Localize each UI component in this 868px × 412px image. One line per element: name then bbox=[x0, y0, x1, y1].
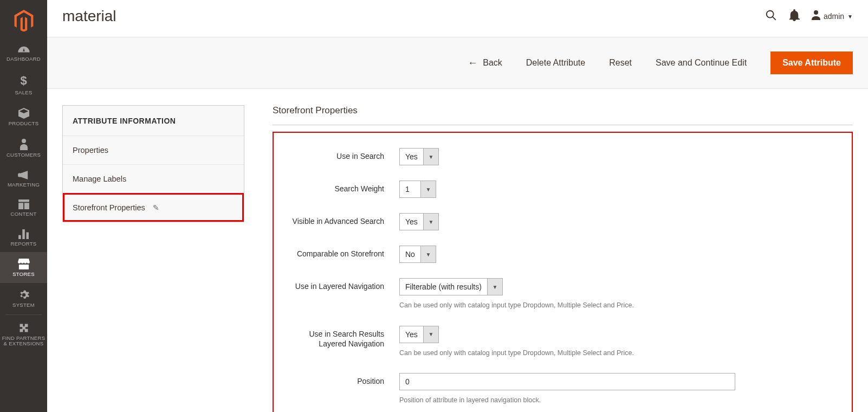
label-search-weight: Search Weight bbox=[280, 181, 399, 194]
magento-logo-icon bbox=[14, 10, 34, 31]
field-search-layered: Use in Search Results Layered Navigation… bbox=[280, 318, 840, 366]
nav-marketing-label: MARKETING bbox=[8, 182, 40, 188]
nav-products-label: PRODUCTS bbox=[9, 121, 39, 126]
person-icon bbox=[20, 138, 28, 150]
label-search-layered: Use in Search Results Layered Navigation bbox=[280, 326, 399, 350]
section-title: Storefront Properties bbox=[273, 105, 853, 125]
select-search-layered-value: Yes bbox=[400, 326, 423, 343]
bars-icon bbox=[18, 229, 29, 239]
select-layered-nav[interactable]: Filterable (with results) ▼ bbox=[399, 278, 503, 295]
nav-stores-label: STORES bbox=[12, 272, 35, 277]
nav-stores[interactable]: STORES bbox=[0, 252, 47, 282]
label-position: Position bbox=[280, 373, 399, 387]
storefront-properties-form: Use in Search Yes ▼ Search Weight bbox=[273, 132, 853, 412]
chevron-down-icon: ▼ bbox=[487, 279, 502, 295]
gear-icon bbox=[18, 289, 29, 300]
select-visible-advanced[interactable]: Yes ▼ bbox=[399, 213, 439, 230]
account-menu[interactable]: admin ▼ bbox=[812, 10, 853, 22]
label-visible-advanced: Visible in Advanced Search bbox=[280, 213, 399, 227]
hint-layered-nav: Can be used only with catalog input type… bbox=[399, 301, 840, 311]
tab-properties[interactable]: Properties bbox=[63, 136, 244, 164]
page-title: material bbox=[62, 8, 116, 25]
nav-dashboard-label: DASHBOARD bbox=[7, 56, 41, 62]
admin-sidebar: DASHBOARD $ SALES PRODUCTS CUSTOMERS MAR… bbox=[0, 0, 47, 412]
nav-content[interactable]: CONTENT bbox=[0, 193, 47, 222]
layout-icon bbox=[18, 199, 29, 209]
select-search-weight[interactable]: 1 ▼ bbox=[399, 181, 436, 198]
select-use-in-search-value: Yes bbox=[400, 149, 423, 165]
nav-separator bbox=[5, 314, 42, 315]
action-bar: ← Back Delete Attribute Reset Save and C… bbox=[47, 37, 868, 89]
box-icon bbox=[18, 108, 30, 119]
label-use-in-search: Use in Search bbox=[280, 148, 399, 162]
dashboard-icon bbox=[18, 46, 30, 54]
reset-button[interactable]: Reset bbox=[609, 58, 632, 68]
magento-logo[interactable] bbox=[0, 0, 47, 39]
main-content: material admin ▼ ← Back Delete Attribute… bbox=[47, 0, 868, 412]
select-use-in-search[interactable]: Yes ▼ bbox=[399, 148, 439, 165]
content-columns: ATTRIBUTE INFORMATION Properties Manage … bbox=[47, 89, 868, 412]
back-arrow-icon: ← bbox=[468, 57, 477, 69]
save-attribute-button[interactable]: Save Attribute bbox=[770, 52, 853, 74]
nav-customers-label: CUSTOMERS bbox=[7, 152, 41, 158]
select-visible-advanced-value: Yes bbox=[400, 214, 423, 230]
nav-customers[interactable]: CUSTOMERS bbox=[0, 132, 47, 163]
user-icon bbox=[812, 10, 820, 22]
field-layered-nav: Use in Layered Navigation Filterable (wi… bbox=[280, 271, 840, 318]
store-icon bbox=[18, 259, 30, 269]
search-icon[interactable] bbox=[765, 9, 777, 24]
select-search-layered[interactable]: Yes ▼ bbox=[399, 326, 439, 343]
delete-attribute-button[interactable]: Delete Attribute bbox=[526, 58, 585, 68]
nav-dashboard[interactable]: DASHBOARD bbox=[0, 39, 47, 67]
nav-system-label: SYSTEM bbox=[12, 302, 35, 308]
select-comparable-value: No bbox=[400, 246, 420, 262]
tab-manage-labels[interactable]: Manage Labels bbox=[63, 164, 244, 193]
account-label: admin bbox=[824, 12, 844, 21]
svg-point-1 bbox=[814, 10, 818, 15]
tab-storefront-properties[interactable]: Storefront Properties ✎ bbox=[63, 193, 244, 222]
nav-sales-label: SALES bbox=[15, 90, 32, 95]
input-position[interactable] bbox=[399, 373, 735, 390]
tab-properties-label: Properties bbox=[73, 146, 108, 154]
caret-down-icon: ▼ bbox=[847, 14, 853, 20]
tab-storefront-properties-label: Storefront Properties bbox=[73, 203, 145, 212]
pencil-icon: ✎ bbox=[153, 203, 159, 212]
nav-reports[interactable]: REPORTS bbox=[0, 223, 47, 252]
nav-marketing[interactable]: MARKETING bbox=[0, 164, 47, 193]
select-comparable[interactable]: No ▼ bbox=[399, 246, 436, 263]
field-position: Position Position of attribute in layere… bbox=[280, 365, 840, 412]
nav-partners[interactable]: FIND PARTNERS & EXTENSIONS bbox=[0, 316, 47, 352]
hint-position: Position of attribute in layered navigat… bbox=[399, 396, 840, 405]
chevron-down-icon: ▼ bbox=[420, 246, 436, 262]
chevron-down-icon: ▼ bbox=[423, 214, 438, 230]
nav-partners-label: FIND PARTNERS & EXTENSIONS bbox=[2, 336, 46, 347]
attribute-info-heading: ATTRIBUTE INFORMATION bbox=[63, 106, 244, 136]
svg-point-0 bbox=[22, 139, 26, 143]
nav-content-label: CONTENT bbox=[10, 211, 36, 217]
back-label: Back bbox=[483, 58, 502, 68]
attribute-info-panel: ATTRIBUTE INFORMATION Properties Manage … bbox=[62, 105, 244, 222]
label-comparable: Comparable on Storefront bbox=[280, 246, 399, 259]
field-visible-advanced: Visible in Advanced Search Yes ▼ bbox=[280, 205, 840, 238]
save-continue-button[interactable]: Save and Continue Edit bbox=[656, 58, 747, 68]
nav-sales[interactable]: $ SALES bbox=[0, 67, 47, 101]
field-search-weight: Search Weight 1 ▼ bbox=[280, 173, 840, 205]
select-layered-nav-value: Filterable (with results) bbox=[400, 279, 487, 295]
nav-reports-label: REPORTS bbox=[11, 241, 37, 247]
nav-products[interactable]: PRODUCTS bbox=[0, 101, 47, 132]
hint-search-layered: Can be used only with catalog input type… bbox=[399, 349, 840, 358]
page-header: material admin ▼ bbox=[47, 0, 868, 37]
puzzle-icon bbox=[18, 323, 29, 333]
select-search-weight-value: 1 bbox=[400, 181, 420, 197]
field-comparable: Comparable on Storefront No ▼ bbox=[280, 238, 840, 271]
chevron-down-icon: ▼ bbox=[423, 326, 438, 343]
tab-manage-labels-label: Manage Labels bbox=[73, 175, 126, 183]
header-tools: admin ▼ bbox=[765, 9, 853, 24]
dollar-icon: $ bbox=[20, 74, 27, 88]
back-button[interactable]: ← Back bbox=[468, 57, 502, 69]
bell-icon[interactable] bbox=[789, 9, 800, 24]
label-layered-nav: Use in Layered Navigation bbox=[280, 278, 399, 292]
nav-system[interactable]: SYSTEM bbox=[0, 283, 47, 313]
chevron-down-icon: ▼ bbox=[423, 149, 438, 165]
megaphone-icon bbox=[18, 170, 30, 180]
